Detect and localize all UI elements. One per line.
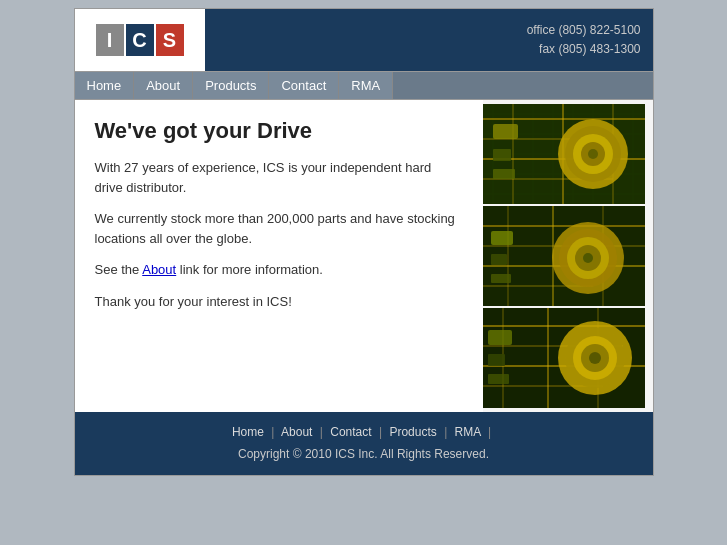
svg-rect-54 <box>488 374 509 384</box>
footer: Home | About | Contact | Products | RMA … <box>75 412 653 475</box>
hdd-image-3 <box>483 308 645 408</box>
nav-item-products[interactable]: Products <box>193 72 269 99</box>
pipe-1: | <box>271 425 274 439</box>
svg-rect-36 <box>491 254 507 265</box>
logo-area: I C S <box>75 9 205 71</box>
page-heading: We've got your Drive <box>95 118 463 144</box>
contact-info: office (805) 822-5100 fax (805) 483-1300 <box>205 9 653 71</box>
main-content: We've got your Drive With 27 years of ex… <box>75 100 653 412</box>
content-area: We've got your Drive With 27 years of ex… <box>75 100 483 412</box>
nav-item-contact[interactable]: Contact <box>269 72 339 99</box>
footer-link-contact[interactable]: Contact <box>330 425 371 439</box>
hdd-image-2 <box>483 206 645 306</box>
fax-number: fax (805) 483-1300 <box>539 40 640 59</box>
pipe-2: | <box>320 425 323 439</box>
svg-rect-19 <box>493 149 511 161</box>
logo-i: I <box>96 24 124 56</box>
logo-s: S <box>156 24 184 56</box>
nav-item-home[interactable]: Home <box>75 72 135 99</box>
footer-link-about[interactable]: About <box>281 425 312 439</box>
paragraph-4: Thank you for your interest in ICS! <box>95 292 463 312</box>
pipe-3: | <box>379 425 382 439</box>
images-column <box>483 100 653 412</box>
svg-point-51 <box>589 352 601 364</box>
nav-item-rma[interactable]: RMA <box>339 72 393 99</box>
footer-link-products[interactable]: Products <box>389 425 436 439</box>
paragraph-2: We currently stock more than 200,000 par… <box>95 209 463 248</box>
svg-rect-35 <box>491 231 513 245</box>
footer-link-rma[interactable]: RMA <box>455 425 481 439</box>
paragraph-1: With 27 years of experience, ICS is your… <box>95 158 463 197</box>
office-phone: office (805) 822-5100 <box>527 21 641 40</box>
logo-c: C <box>126 24 154 56</box>
footer-links: Home | About | Contact | Products | RMA … <box>83 422 645 444</box>
svg-rect-37 <box>491 274 511 283</box>
para3-pre: See the <box>95 262 143 277</box>
pipe-5: | <box>488 425 491 439</box>
navigation: Home About Products Contact RMA <box>75 71 653 100</box>
hdd-image-1 <box>483 104 645 204</box>
header: I C S office (805) 822-5100 fax (805) 48… <box>75 9 653 71</box>
svg-rect-18 <box>493 124 518 139</box>
svg-rect-20 <box>493 169 515 179</box>
paragraph-3: See the About link for more information. <box>95 260 463 280</box>
pipe-4: | <box>444 425 447 439</box>
copyright-text: Copyright © 2010 ICS Inc. All Rights Res… <box>83 444 645 466</box>
logo: I C S <box>96 24 184 56</box>
para3-post: link for more information. <box>176 262 323 277</box>
svg-point-17 <box>588 149 598 159</box>
footer-link-home[interactable]: Home <box>232 425 264 439</box>
svg-rect-53 <box>488 354 505 366</box>
svg-point-34 <box>583 253 593 263</box>
about-link[interactable]: About <box>142 262 176 277</box>
nav-item-about[interactable]: About <box>134 72 193 99</box>
svg-rect-52 <box>488 330 512 345</box>
